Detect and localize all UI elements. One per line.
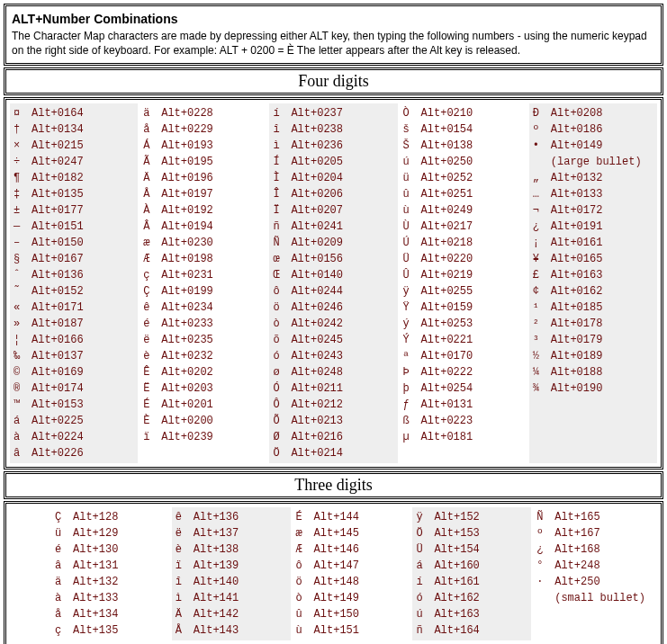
char-glyph: ÿ — [403, 283, 421, 300]
char-glyph: Š — [403, 138, 421, 154]
char-row: þAlt+0254 — [403, 380, 524, 397]
char-glyph: Ô — [273, 397, 291, 413]
char-row: ‡Alt+0135 — [14, 186, 134, 202]
char-row: ŸAlt+0159 — [403, 300, 524, 316]
char-code: Alt+0225 — [32, 413, 84, 429]
char-glyph: é — [143, 316, 161, 332]
char-row: ñAlt+164 — [416, 622, 527, 639]
char-code: Alt+0136 — [32, 267, 84, 283]
char-row: ëAlt+137 — [176, 525, 287, 541]
char-glyph: š — [403, 121, 421, 138]
char-row: öAlt+148 — [296, 574, 408, 590]
char-code: Alt+0185 — [551, 300, 603, 316]
char-code: Alt+0133 — [551, 186, 603, 202]
char-code: Alt+0195 — [161, 154, 213, 170]
char-row: ÅAlt+0197 — [143, 186, 264, 202]
char-glyph: » — [14, 316, 32, 332]
three-digit-box: ÇAlt+128üAlt+129éAlt+130âAlt+131äAlt+132… — [4, 501, 663, 644]
char-row: ‰Alt+0137 — [14, 348, 134, 364]
char-glyph: Þ — [403, 364, 421, 380]
char-row: êAlt+136 — [176, 509, 287, 525]
char-code: Alt+0161 — [551, 235, 603, 251]
char-code: Alt+0209 — [291, 235, 343, 251]
char-glyph: ô — [296, 558, 314, 574]
char-code: Alt+132 — [73, 574, 118, 590]
char-code: Alt+146 — [314, 541, 359, 558]
char-glyph: î — [273, 121, 291, 138]
char-row: ÙAlt+0217 — [403, 219, 524, 235]
char-row: ·Alt+250 — [536, 574, 648, 590]
char-code: Alt+0206 — [291, 186, 343, 202]
char-row: ëAlt+0235 — [143, 332, 264, 348]
char-glyph: ˆ — [14, 267, 32, 283]
char-code: Alt+0232 — [161, 348, 213, 364]
char-code: Alt+0196 — [161, 170, 213, 186]
char-code: Alt+0250 — [421, 154, 473, 170]
char-row: §Alt+0167 — [14, 251, 134, 267]
char-row: äAlt+132 — [55, 574, 167, 590]
char-glyph: Ü — [416, 541, 434, 558]
char-glyph: ì — [176, 590, 194, 606]
char-glyph: ï — [176, 558, 194, 574]
char-glyph: û — [403, 186, 421, 202]
char-row: ÖAlt+153 — [416, 525, 527, 541]
char-code: Alt+0215 — [32, 138, 84, 154]
char-glyph: … — [533, 186, 551, 202]
char-row: »Alt+0187 — [14, 316, 134, 332]
char-row: –Alt+0150 — [14, 235, 134, 251]
char-row: õAlt+0245 — [273, 332, 393, 348]
char-code: Alt+141 — [194, 590, 239, 606]
char-glyph: ç — [143, 267, 161, 283]
char-glyph: º — [533, 121, 551, 138]
char-row: ³Alt+0179 — [533, 332, 653, 348]
char-glyph: µ — [403, 429, 421, 445]
char-glyph: ó — [416, 590, 434, 606]
char-glyph: ˜ — [14, 283, 32, 300]
char-glyph: Î — [273, 186, 291, 202]
three-col-4: ÿAlt+152ÖAlt+153ÜAlt+154áAlt+160íAlt+161… — [412, 507, 531, 640]
char-code: Alt+0245 — [291, 332, 343, 348]
char-glyph: ‰ — [14, 348, 32, 364]
char-code: Alt+0207 — [291, 202, 343, 219]
char-glyph: ¦ — [14, 332, 32, 348]
char-glyph: Ä — [143, 170, 161, 186]
char-row: íAlt+161 — [416, 574, 527, 590]
char-row: ÉAlt+0201 — [143, 397, 264, 413]
char-code: Alt+0201 — [161, 397, 213, 413]
char-row: ÓAlt+0211 — [273, 380, 393, 397]
char-code: Alt+148 — [314, 574, 359, 590]
char-row: òAlt+0242 — [273, 316, 393, 332]
char-code: Alt+140 — [194, 574, 239, 590]
char-glyph: Ä — [176, 606, 194, 622]
char-glyph: ì — [273, 138, 291, 154]
char-glyph: Å — [176, 622, 194, 639]
four-col-1: ¤Alt+0164†Alt+0134×Alt+0215÷Alt+0247¶Alt… — [10, 103, 138, 463]
char-row: áAlt+160 — [416, 558, 527, 574]
char-code: Alt+0238 — [291, 121, 343, 138]
char-row: †Alt+0134 — [14, 121, 134, 138]
char-code: Alt+162 — [434, 590, 479, 606]
char-code: Alt+0170 — [421, 348, 473, 364]
char-code: Alt+0187 — [32, 316, 84, 332]
four-col-5: ÐAlt+0208ºAlt+0186•Alt+0149(large bullet… — [529, 103, 657, 463]
char-row: úAlt+0250 — [403, 154, 524, 170]
char-code: Alt+0249 — [421, 202, 473, 219]
char-row: ÚAlt+0218 — [403, 235, 524, 251]
char-row: £Alt+0163 — [533, 267, 653, 283]
char-code: Alt+0177 — [32, 202, 84, 219]
char-glyph: Ÿ — [403, 300, 421, 316]
char-code: Alt+250 — [554, 574, 599, 590]
char-glyph: í — [273, 105, 291, 121]
char-row: ÄAlt+142 — [176, 606, 287, 622]
char-row: ÎAlt+0206 — [273, 186, 393, 202]
char-glyph: ¬ — [533, 202, 551, 219]
char-glyph: ¥ — [533, 251, 551, 267]
char-row: óAlt+162 — [416, 590, 527, 606]
char-row: ïAlt+139 — [176, 558, 287, 574]
char-code: Alt+0216 — [291, 429, 343, 445]
char-code: Alt+0181 — [421, 429, 473, 445]
char-row: ßAlt+0223 — [403, 413, 524, 429]
char-code: Alt+134 — [73, 606, 118, 622]
char-glyph: ‡ — [14, 186, 32, 202]
char-glyph: à — [55, 590, 73, 606]
